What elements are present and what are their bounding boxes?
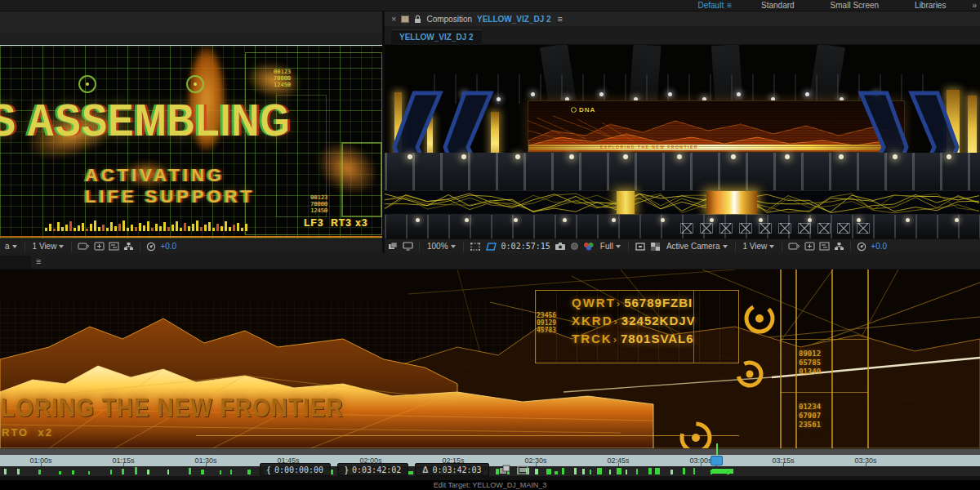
stage-light <box>514 218 518 222</box>
close-panel-icon[interactable]: × <box>391 15 396 23</box>
yellow-led-segment <box>617 191 635 214</box>
always-preview-icon[interactable] <box>388 242 399 251</box>
keyframe-tick <box>167 470 170 474</box>
yellow-led-segment <box>706 191 757 214</box>
keyframe-tick <box>693 468 695 474</box>
stage-light <box>955 218 959 222</box>
workspace-button-default[interactable]: Default <box>679 1 727 10</box>
hud-number-stack: 001237000012450 <box>310 194 327 214</box>
playhead-marker-line <box>716 443 718 455</box>
workspace-button-libraries[interactable]: Libraries <box>897 1 964 10</box>
keyframe-tick <box>38 470 41 474</box>
keyframe-tick <box>201 470 203 474</box>
current-time-display[interactable]: 0:02:57:15 <box>501 242 550 251</box>
transparency-grid-icon[interactable] <box>650 242 661 252</box>
stage-scaffold-deck <box>385 153 980 190</box>
left-comp-viewer[interactable]: 001237000012450 001237000012450 S ASSEMB… <box>0 45 382 238</box>
fast-previews-icon[interactable] <box>94 242 105 251</box>
hud-badges: LF3 RT3 x3 <box>304 217 368 229</box>
stage-light <box>808 218 812 222</box>
stage-light <box>612 218 616 222</box>
pixel-aspect-icon[interactable] <box>788 242 800 251</box>
crossbrace-panel <box>739 223 752 234</box>
magnification-dropdown[interactable]: 100% <box>425 242 457 251</box>
keyframe-tick <box>72 470 74 474</box>
hud-number-stack: 012346790723561 <box>799 403 821 430</box>
timeline-icon[interactable] <box>109 242 119 251</box>
keyframe-tick <box>122 469 124 474</box>
keyframe-tick <box>574 468 577 474</box>
list-item: 23561 <box>799 421 821 430</box>
list-item: 23456 <box>537 312 556 319</box>
region-of-interest-icon[interactable] <box>635 242 646 252</box>
tab-yellow-viz-dj-2[interactable]: YELLOW_VIZ_DJ 2 <box>391 29 482 45</box>
crossbrace-panel <box>778 223 791 234</box>
stage-light <box>947 154 951 159</box>
lock-icon[interactable] <box>414 15 421 24</box>
stage-light <box>759 218 763 222</box>
left-panel-header <box>0 11 382 45</box>
timeline-tab-yellow-viz-dj-2[interactable]: YELLOW_VIZ_DJ 2 <box>0 256 31 270</box>
exposure-value[interactable]: +0.0 <box>871 242 887 251</box>
timeline-overview-bar[interactable] <box>0 448 980 455</box>
flowchart-icon[interactable] <box>123 242 134 251</box>
grid-guides-icon[interactable] <box>470 242 481 252</box>
workspace-layout-icon[interactable] <box>499 465 510 474</box>
readout-row: TRCK›7801SVAL6 <box>572 332 696 350</box>
hud-grid-line <box>780 392 868 393</box>
reset-exposure-icon[interactable] <box>857 242 866 252</box>
workspace-menu-icon[interactable]: ≡ <box>727 1 743 10</box>
readout-row: XKRD›32452KDJV <box>572 314 696 332</box>
list-item: 70000 <box>274 75 291 82</box>
frontier-headline: EXPLORING THE NEW FRONTIER <box>0 394 344 423</box>
stage-light <box>599 92 604 96</box>
crossbrace-panel <box>857 223 870 234</box>
in-point-field[interactable]: {0:00:00:00 <box>260 463 331 476</box>
duration-field[interactable]: Δ0:03:42:03 <box>415 463 488 476</box>
left-viewer-toolbar: a 1 View +0.0 <box>0 238 382 253</box>
stage-light <box>515 154 520 159</box>
stage-light <box>677 154 682 159</box>
show-channel-icon[interactable] <box>583 242 595 251</box>
timeline-icon[interactable] <box>819 242 830 251</box>
keyframe-tick <box>655 468 660 474</box>
exposure-value[interactable]: +0.0 <box>160 242 176 251</box>
3d-view-dropdown[interactable]: Active Camera <box>665 242 729 251</box>
hud-grid-line <box>831 270 833 448</box>
mask-visibility-icon[interactable] <box>485 242 497 252</box>
stage-light <box>839 154 844 159</box>
hud-headline: S ASSEMBLING <box>0 93 291 146</box>
workspace-button-standard[interactable]: Standard <box>743 1 813 10</box>
show-snapshot-icon[interactable] <box>570 242 579 251</box>
snapshot-camera-icon[interactable] <box>555 242 566 251</box>
workspace-button-small-screen[interactable]: Small Screen <box>813 1 897 10</box>
keyframe-tick <box>247 470 251 474</box>
current-time-indicator[interactable] <box>710 456 723 466</box>
timeline-tab-menu-icon[interactable]: ≡ <box>36 256 41 266</box>
stage-light <box>661 218 665 222</box>
camera-view-dropdown[interactable]: a <box>3 242 19 251</box>
out-point-field[interactable]: }0:03:42:02 <box>337 463 408 476</box>
flowchart-icon[interactable] <box>834 242 844 251</box>
view-layout-dropdown[interactable]: 1 View <box>31 242 66 251</box>
workspace-overflow-icon[interactable]: » <box>964 1 980 10</box>
fast-previews-icon[interactable] <box>804 242 815 251</box>
keyframe-tick <box>147 470 149 474</box>
resolution-dropdown[interactable]: Full <box>599 242 622 251</box>
keyframe-tick <box>648 468 652 474</box>
in-out-duration-bar: {0:00:00:00 }0:03:42:02 Δ0:03:42:03 <box>260 462 528 477</box>
hud-number-stack: 234560912945783 <box>537 312 556 334</box>
view-layout-dropdown[interactable]: 1 View <box>742 242 777 251</box>
panel-menu-icon[interactable]: ≡ <box>558 14 563 24</box>
crossbrace-panel <box>798 223 811 234</box>
main-monitor-icon[interactable] <box>403 242 413 251</box>
pixel-aspect-icon[interactable] <box>78 242 90 251</box>
crossbrace-panel <box>817 223 831 234</box>
stage-light <box>785 154 790 159</box>
reset-exposure-icon[interactable] <box>146 242 156 252</box>
timeline-comp-viewer[interactable]: QWRT›56789FZBIXKRD›32452KDJVTRCK›7801SVA… <box>0 270 980 448</box>
keyframe-tick <box>609 470 611 474</box>
composition-viewer[interactable]: DNA EXPLORING THE NEW FRONTIER <box>385 45 980 238</box>
workspace-layout-icon[interactable] <box>517 465 528 474</box>
hud-number-stack: 890126578501349 <box>799 350 821 376</box>
